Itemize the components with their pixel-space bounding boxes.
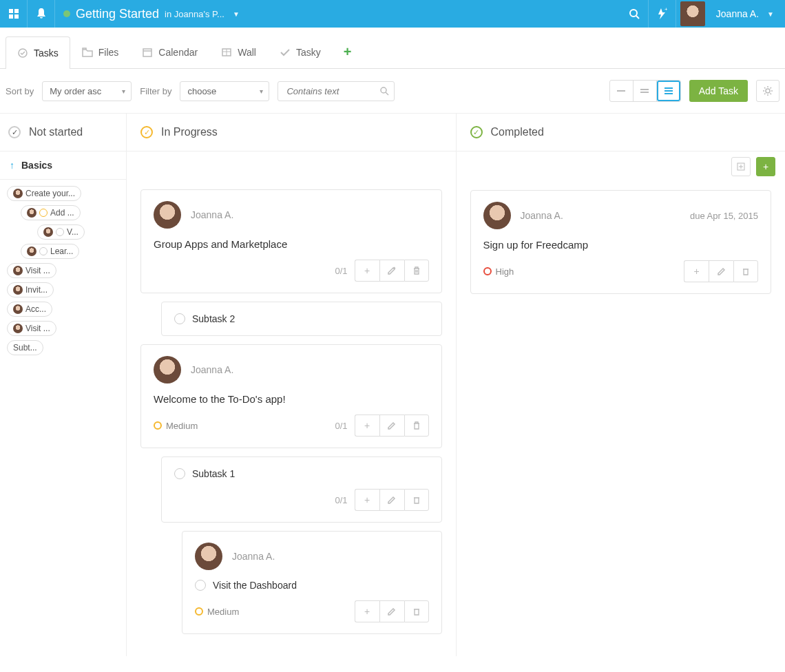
status-circle-icon [195,580,206,591]
svg-line-27 [771,94,772,95]
task-title: Welcome to the To-Do's app! [154,393,429,405]
tab-wall[interactable]: Wall [209,36,268,68]
avatar [680,1,705,26]
top-bar: Getting Started in Joanna's P... ▼ + Joa… [0,0,785,28]
priority-badge: Medium [195,607,239,617]
status-completed-icon [470,126,483,138]
edit-button[interactable] [379,414,404,437]
task-assignee: Joanna A. [521,210,563,221]
sort-value: My order asc [50,86,101,96]
tab-tasky[interactable]: Tasky [268,36,333,68]
delete-button[interactable] [733,260,758,282]
mini-task[interactable]: Add ... [21,205,81,220]
column-title: Completed [491,126,544,138]
svg-rect-0 [9,9,13,13]
priority-badge: High [483,266,514,277]
avatar-icon [13,266,23,275]
bell-icon[interactable] [28,0,55,28]
avatar [154,201,181,229]
view-full-button[interactable] [657,81,680,101]
group-name: Basics [21,160,52,171]
add-subtask-button[interactable]: + [355,489,379,511]
arrow-up-icon: ↑ [10,160,14,171]
svg-line-28 [764,94,766,95]
delete-button[interactable] [404,489,429,511]
sort-select[interactable]: My order asc [42,81,132,101]
group-header[interactable]: ↑ Basics [0,151,126,180]
bolt-plus-icon[interactable]: + [649,0,676,28]
tab-files[interactable]: Files [70,36,131,68]
filter-select[interactable]: choose [180,81,269,101]
delete-button[interactable] [404,260,429,282]
add-task-button[interactable]: Add Task [689,80,748,102]
sort-label: Sort by [6,86,34,96]
tab-label: Wall [238,47,256,58]
task-card[interactable]: Joanna A. Welcome to the To-Do's app! Me… [140,344,442,448]
avatar-icon [27,208,36,218]
toolbar: Sort by My order asc Filter by choose Ad… [0,69,785,114]
search-input[interactable] [278,81,395,101]
add-subtask-button[interactable]: + [355,414,379,437]
view-compact-button[interactable] [634,81,657,101]
search-icon[interactable] [621,0,649,28]
mini-task[interactable]: Lear... [21,244,79,259]
svg-point-13 [381,87,386,93]
edit-button[interactable] [379,600,404,622]
expand-button[interactable] [731,157,751,176]
tab-label: Tasky [296,47,321,58]
tab-label: Files [98,47,119,58]
tab-tasks[interactable]: Tasks [6,36,70,69]
add-button[interactable]: + [756,157,775,176]
mini-task[interactable]: Visit ... [7,263,56,278]
mini-task[interactable]: V... [37,224,85,240]
edit-button[interactable] [379,260,404,282]
view-collapse-button[interactable] [610,81,634,101]
filter-value: choose [187,86,216,96]
edit-button[interactable] [379,489,404,511]
mini-task-list: Create your... Add ... V... Lear... Visi… [0,180,126,361]
tab-label: Tasks [34,48,59,59]
mini-task[interactable]: Subt... [7,340,43,355]
mini-task[interactable]: Invit... [7,282,54,297]
add-tab-button[interactable]: + [333,36,363,68]
check-circle-icon [17,48,28,59]
avatar [483,202,511,229]
apps-icon[interactable] [0,0,28,28]
view-toggle [609,80,681,102]
task-title: Visit the Dashboard [213,580,297,591]
subtask-card[interactable]: Subtask 2 [161,302,442,336]
avatar-icon [13,324,23,333]
user-menu[interactable]: Joanna A. ▼ [676,1,785,26]
subtask-title: Subtask 1 [192,468,235,479]
delete-button[interactable] [404,600,429,622]
task-title: Sign up for Freedcamp [483,239,759,251]
mini-task[interactable]: Visit ... [7,321,56,336]
wall-icon [221,48,232,57]
chevron-down-icon: ▼ [767,10,774,18]
priority-dot-icon [483,267,492,275]
task-assignee: Joanna A. [191,364,233,375]
avatar-icon [13,285,23,295]
task-card[interactable]: Joanna A. due Apr 15, 2015 Sign up for F… [470,190,772,294]
svg-rect-1 [14,9,19,13]
mini-task[interactable]: Create your... [7,186,81,201]
add-subtask-button[interactable]: + [355,260,379,282]
task-card[interactable]: Joanna A. Group Apps and Marketplace 0/1… [140,189,442,293]
avatar [195,543,222,570]
edit-button[interactable] [709,260,733,282]
delete-button[interactable] [404,414,429,437]
mini-task[interactable]: Acc... [7,302,52,317]
project-title-area[interactable]: Getting Started in Joanna's P... ▼ [55,7,621,21]
tab-calendar[interactable]: Calendar [130,36,209,68]
gear-icon[interactable] [756,80,779,102]
nested-subtask-card[interactable]: Joanna A. Visit the Dashboard Medium + [182,531,442,634]
add-subtask-button[interactable]: + [355,600,379,622]
status-circle-icon [39,247,48,255]
task-due-date: due Apr 15, 2015 [690,211,758,221]
avatar [154,356,181,384]
column-completed: Completed + Joanna A. due Apr 15, 2015 S… [457,114,786,656]
priority-badge: Medium [154,421,198,431]
subtask-card[interactable]: Subtask 1 0/1 + [161,456,442,523]
add-subtask-button[interactable]: + [684,260,709,282]
kanban-board: Not started ↑ Basics Create your... Add … [0,114,785,656]
